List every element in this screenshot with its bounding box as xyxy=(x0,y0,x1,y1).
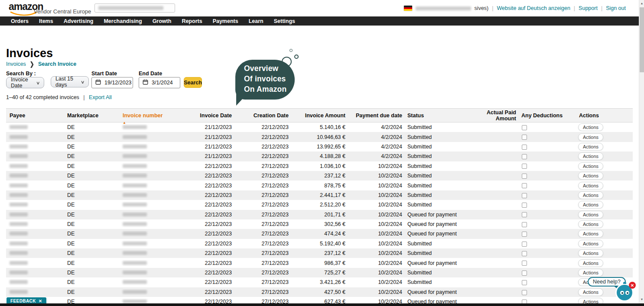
robot-antenna xyxy=(623,282,626,284)
deduction-checkbox[interactable] xyxy=(522,212,527,217)
col-header-payee[interactable]: Payee xyxy=(6,113,64,119)
status-cell: Submitted xyxy=(404,250,468,256)
search-button[interactable]: Search xyxy=(184,77,202,88)
col-header-invoice-number[interactable]: Invoice number ▲ xyxy=(119,113,176,119)
col-header-invoice-amount[interactable]: Invoice Amount xyxy=(290,113,347,119)
deduction-checkbox[interactable] xyxy=(522,203,527,208)
col-header-marketplace[interactable]: Marketplace xyxy=(64,113,119,119)
deduction-checkbox[interactable] xyxy=(522,242,527,247)
nav-item-settings[interactable]: Settings xyxy=(269,18,300,24)
payee-cell xyxy=(6,241,64,247)
row-actions-button[interactable]: Actions xyxy=(578,133,603,141)
payee-cell xyxy=(6,289,64,295)
dismiss-help-button[interactable]: ✕ xyxy=(629,282,636,289)
col-header-invoice-date[interactable]: Invoice Date xyxy=(176,113,234,119)
deduction-checkbox[interactable] xyxy=(522,232,527,237)
deduction-checkbox[interactable] xyxy=(522,164,527,169)
export-all-link[interactable]: Export All xyxy=(89,94,112,100)
deduction-checkbox[interactable] xyxy=(522,174,527,179)
deduction-checkbox[interactable] xyxy=(522,183,527,188)
nav-item-learn[interactable]: Learn xyxy=(244,18,269,24)
calendar-icon[interactable] xyxy=(143,79,148,86)
deduction-checkbox[interactable] xyxy=(522,154,527,159)
nav-item-growth[interactable]: Growth xyxy=(147,18,177,24)
calendar-icon[interactable] xyxy=(95,79,101,86)
row-actions-button[interactable]: Actions xyxy=(578,220,603,228)
end-date-input[interactable]: 3/1/2024 xyxy=(139,77,180,88)
col-header-actions[interactable]: Actions xyxy=(576,113,627,119)
language-toggle-link[interactable]: Website auf Deutsch anzeigen xyxy=(497,5,570,11)
col-header-creation-date[interactable]: Creation Date xyxy=(234,113,290,119)
row-actions-button[interactable]: Actions xyxy=(578,288,603,296)
nav-item-orders[interactable]: Orders xyxy=(6,18,34,24)
start-date-value: 19/12/2023 xyxy=(104,80,132,86)
deduction-checkbox[interactable] xyxy=(522,261,527,266)
row-actions-button[interactable]: Actions xyxy=(578,230,603,238)
annotation-line: On Amazon xyxy=(244,84,286,94)
nav-item-reports[interactable]: Reports xyxy=(176,18,207,24)
nav-item-advertising[interactable]: Advertising xyxy=(59,18,99,24)
row-actions-button[interactable]: Actions xyxy=(578,143,603,151)
deduction-checkbox[interactable] xyxy=(522,271,527,276)
breadcrumb-invoices-link[interactable]: Invoices xyxy=(6,61,26,67)
nav-item-items[interactable]: Items xyxy=(34,18,59,24)
top-header: amazon Vendor Central Europe sives) | We… xyxy=(0,0,644,16)
redacted-invoice-number xyxy=(123,203,147,206)
deduction-checkbox[interactable] xyxy=(522,135,527,140)
creation-date-cell: 27/12/2023 xyxy=(234,173,290,179)
row-actions-button[interactable]: Actions xyxy=(578,162,603,170)
col-header-actual-paid-amount[interactable]: Actual Paid Amount xyxy=(468,110,518,122)
amazon-logo[interactable]: amazon Vendor Central Europe xyxy=(9,1,95,16)
chevron-down-icon: ∨ xyxy=(81,80,85,84)
date-range-dropdown[interactable]: Last 15 days ∨ xyxy=(51,76,89,87)
vendor-account-selector[interactable] xyxy=(94,3,175,13)
marketplace-cell: DE xyxy=(64,279,119,285)
creation-date-cell: 27/12/2023 xyxy=(234,183,290,189)
deduction-checkbox[interactable] xyxy=(522,251,527,256)
marketplace-cell: DE xyxy=(64,153,119,159)
nav-item-merchandising[interactable]: Merchandising xyxy=(98,18,147,24)
col-header-status[interactable]: Status xyxy=(404,113,468,119)
support-link[interactable]: Support xyxy=(579,5,598,11)
deduction-checkbox[interactable] xyxy=(522,290,527,295)
row-actions-button[interactable]: Actions xyxy=(578,191,603,199)
row-actions-button[interactable]: Actions xyxy=(578,201,603,209)
row-actions-button[interactable]: Actions xyxy=(578,172,603,180)
row-actions-button[interactable]: Actions xyxy=(578,269,603,277)
row-actions-button[interactable]: Actions xyxy=(578,123,603,131)
status-cell: Submitted xyxy=(404,202,468,208)
scroll-down-arrow[interactable]: ▼ xyxy=(639,296,644,303)
deduction-checkbox[interactable] xyxy=(522,145,527,150)
deduction-checkbox[interactable] xyxy=(522,222,527,227)
row-actions-button[interactable]: Actions xyxy=(578,249,603,257)
payment-due-date-cell: 10/2/2024 xyxy=(347,202,404,208)
sign-out-link[interactable]: Sign out xyxy=(606,5,626,11)
actions-cell: Actions xyxy=(576,220,627,228)
col-header-any-deductions[interactable]: Any Deductions xyxy=(518,113,576,119)
close-icon[interactable]: ✕ xyxy=(39,299,42,303)
invoice-date-cell: 22/12/2023 xyxy=(176,202,234,208)
deduction-checkbox[interactable] xyxy=(522,193,527,198)
creation-date-cell: 22/12/2023 xyxy=(234,124,290,130)
start-date-input[interactable]: 19/12/2023 xyxy=(91,77,133,88)
row-actions-button[interactable]: Actions xyxy=(578,152,603,160)
payment-due-date-cell: 10/2/2024 xyxy=(347,221,404,227)
nav-item-payments[interactable]: Payments xyxy=(208,18,244,24)
row-actions-button[interactable]: Actions xyxy=(578,211,603,219)
vertical-scrollbar[interactable]: ▲ ▼ xyxy=(639,0,644,303)
redacted-payee xyxy=(10,184,28,187)
invoice-date-cell: 22/12/2023 xyxy=(176,221,234,227)
row-actions-button[interactable]: Actions xyxy=(578,259,603,267)
search-type-dropdown[interactable]: Invoice Date ∨ xyxy=(6,77,44,88)
status-cell: Submitted xyxy=(404,163,468,169)
deduction-checkbox[interactable] xyxy=(522,280,527,285)
any-deductions-cell xyxy=(518,192,576,198)
scrollbar-thumb[interactable] xyxy=(640,7,644,72)
table-row: DE22/12/202327/12/2023474,24 €10/2/2024Q… xyxy=(6,229,633,238)
row-actions-button[interactable]: Actions xyxy=(578,240,603,248)
scroll-up-arrow[interactable]: ▲ xyxy=(639,0,644,6)
redacted-invoice-number xyxy=(123,174,147,177)
row-actions-button[interactable]: Actions xyxy=(578,182,603,190)
deduction-checkbox[interactable] xyxy=(522,125,527,130)
col-header-payment-due-date[interactable]: Payment due date xyxy=(347,113,404,119)
